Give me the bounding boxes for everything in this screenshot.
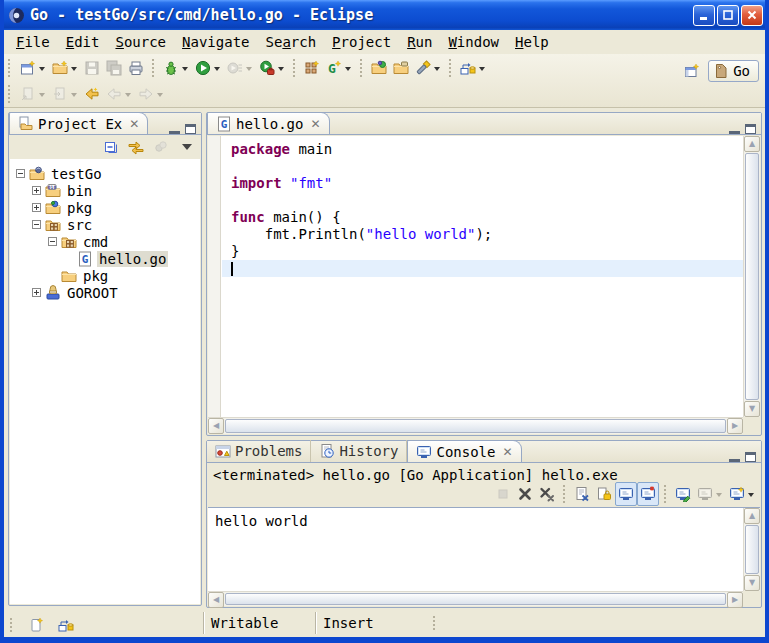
new-go-type-button[interactable]: G <box>323 56 355 80</box>
menu-source[interactable]: Source <box>107 32 174 52</box>
menu-navigate[interactable]: Navigate <box>174 32 257 52</box>
tree-item-pkg[interactable]: pkg <box>10 199 200 216</box>
tree-item-hello-go[interactable]: Ghello.go <box>10 250 200 267</box>
last-edit-location-button <box>17 82 49 106</box>
menu-run[interactable]: Run <box>399 32 440 52</box>
console-horizontal-scrollbar[interactable]: ◀ ▶ <box>208 591 743 606</box>
scroll-lock-button[interactable] <box>593 482 615 506</box>
maximize-editor-button[interactable] <box>745 124 756 134</box>
clear-console-button[interactable] <box>571 482 593 506</box>
tree-item-label: src <box>65 217 94 233</box>
close-editor-icon[interactable]: ✕ <box>307 117 320 131</box>
external-tools-button[interactable] <box>256 56 288 80</box>
collapse-icon[interactable] <box>32 220 41 229</box>
go-into-button <box>49 82 81 106</box>
pin-console-button[interactable] <box>672 482 694 506</box>
new-go-package-icon <box>304 60 320 76</box>
tree-item-goroot[interactable]: GOROOT <box>10 284 200 301</box>
print-button[interactable] <box>125 56 147 80</box>
expand-icon[interactable] <box>32 186 41 195</box>
tab-console[interactable]: Console✕ <box>407 440 521 462</box>
menu-window[interactable]: Window <box>440 32 507 52</box>
editor-horizontal-scrollbar[interactable]: ◀ ▶ <box>208 417 743 434</box>
show-stderr-button[interactable] <box>637 482 659 506</box>
menu-file[interactable]: File <box>8 32 58 52</box>
pkg-folder-icon <box>45 200 61 216</box>
back-to-button[interactable] <box>81 82 103 106</box>
collapse-icon[interactable] <box>48 237 57 246</box>
tree-item-pkg[interactable]: pkg <box>10 267 200 284</box>
close-view-icon[interactable]: ✕ <box>126 117 139 131</box>
scroll-up-icon[interactable]: ▲ <box>744 136 760 152</box>
close-view-icon[interactable]: ✕ <box>499 445 512 459</box>
minimize-editor-button[interactable] <box>729 125 740 134</box>
scroll-left-icon[interactable]: ◀ <box>208 592 224 608</box>
scroll-down-icon[interactable]: ▼ <box>744 401 760 417</box>
forward-icon <box>138 86 154 102</box>
tree-item-bin[interactable]: 010bin <box>10 182 200 199</box>
fast-view-button[interactable] <box>25 613 47 637</box>
tab-project-explorer[interactable]: Project Ex ✕ <box>9 112 148 134</box>
console-output[interactable]: hello world <box>208 508 743 591</box>
scroll-right-icon[interactable]: ▶ <box>727 592 743 608</box>
show-stdout-button[interactable] <box>615 482 637 506</box>
maximize-button[interactable] <box>717 5 739 26</box>
scroll-up-icon[interactable]: ▲ <box>744 508 760 524</box>
tab-history[interactable]: History <box>311 440 407 462</box>
scrollbar-thumb[interactable] <box>225 419 726 433</box>
tab-hello-go[interactable]: G hello.go ✕ <box>207 112 330 134</box>
scrollbar-thumb[interactable] <box>745 525 759 574</box>
tree-item-src[interactable]: src <box>10 216 200 233</box>
run-button[interactable] <box>192 56 224 80</box>
console-vertical-scrollbar[interactable]: ▲ ▼ <box>743 508 760 591</box>
menu-help[interactable]: Help <box>507 32 557 52</box>
expand-icon[interactable] <box>32 203 41 212</box>
folder-icon <box>61 268 77 284</box>
remove-all-terminated-button[interactable] <box>536 482 558 506</box>
maximize-view-button[interactable] <box>185 124 196 134</box>
scroll-down-icon[interactable]: ▼ <box>744 575 760 591</box>
scroll-right-icon[interactable]: ▶ <box>727 418 743 434</box>
new-go-package-button[interactable] <box>301 56 323 80</box>
editor-vertical-scrollbar[interactable]: ▲ ▼ <box>743 136 760 417</box>
sync-tray-button[interactable] <box>457 56 489 80</box>
tab-problems[interactable]: Problems <box>207 440 311 462</box>
close-button[interactable] <box>741 5 763 26</box>
scrollbar-thumb[interactable] <box>225 593 726 605</box>
menu-edit[interactable]: Edit <box>58 32 108 52</box>
sync-tray-button[interactable] <box>55 613 77 637</box>
minimize-view-button[interactable] <box>169 125 180 134</box>
show-stdout-icon <box>618 486 634 502</box>
open-import-icon <box>393 60 409 76</box>
link-with-editor-button[interactable] <box>125 137 147 157</box>
tree-item-label: pkg <box>65 200 94 216</box>
collapse-icon[interactable] <box>16 169 25 178</box>
open-import-button[interactable] <box>390 56 412 80</box>
code-editor[interactable]: package mainimport "fmt"func main() { fm… <box>222 136 743 417</box>
search-button[interactable] <box>412 56 444 80</box>
minimize-console-button[interactable] <box>729 453 740 462</box>
maximize-console-button[interactable] <box>745 452 756 462</box>
menu-project[interactable]: Project <box>324 32 399 52</box>
debug-button[interactable] <box>160 56 192 80</box>
collapse-all-button[interactable] <box>100 137 122 157</box>
console-panel: ProblemsHistoryConsole✕ <terminated> hel… <box>206 440 762 608</box>
minimize-button[interactable] <box>693 5 715 26</box>
view-menu-button[interactable] <box>175 137 199 157</box>
new-project-button[interactable] <box>49 56 81 80</box>
perspective-go-button[interactable]: Go <box>708 60 759 82</box>
back-button <box>103 82 135 106</box>
remove-launch-button[interactable] <box>514 482 536 506</box>
expand-icon[interactable] <box>32 288 41 297</box>
menu-search[interactable]: Search <box>258 32 325 52</box>
tree-item-testgo[interactable]: testGo <box>10 165 200 182</box>
open-console-button[interactable] <box>726 482 758 506</box>
tree-item-label: cmd <box>81 234 110 250</box>
open-resource-button[interactable] <box>368 56 390 80</box>
scrollbar-thumb[interactable] <box>745 153 759 400</box>
open-perspective-button[interactable] <box>682 61 702 81</box>
tree-item-cmd[interactable]: cmd <box>10 233 200 250</box>
scroll-left-icon[interactable]: ◀ <box>208 418 224 434</box>
new-wizard-button[interactable] <box>17 56 49 80</box>
display-selected-console-icon <box>697 486 713 502</box>
